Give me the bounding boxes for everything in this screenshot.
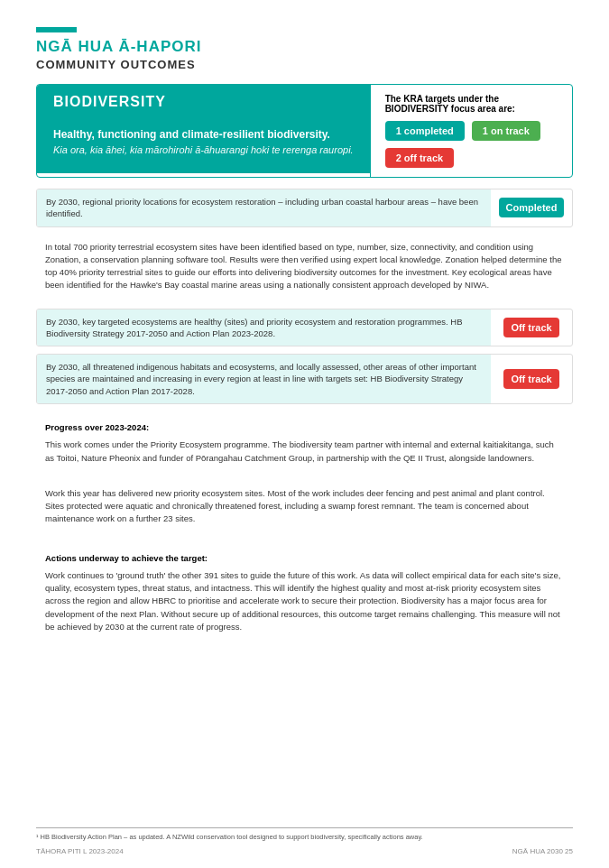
biodiversity-card: BIODIVERSITY Healthy, functioning and cl… bbox=[36, 84, 573, 178]
status-badges: 1 completed 1 on track 2 off track bbox=[385, 121, 558, 168]
footer-right: NGĀ HUA 2030 25 bbox=[512, 847, 573, 855]
section-1-status-btn: Completed bbox=[499, 198, 565, 217]
badge-off-track: 2 off track bbox=[385, 148, 455, 168]
page-title: NGĀ HUA Ā-HAPORI bbox=[36, 38, 573, 56]
progress-title: Progress over 2023-2024: bbox=[45, 421, 564, 434]
section-4: By 2030, all threatened indigenous habit… bbox=[36, 354, 573, 404]
section-4-row: By 2030, all threatened indigenous habit… bbox=[37, 355, 572, 403]
section-1-row: By 2030, regional priority locations for… bbox=[37, 189, 572, 226]
footer-left: TĀHORA PITI L 2023-2024 bbox=[36, 847, 124, 855]
top-bar-decoration bbox=[36, 27, 77, 32]
progress-text: This work comes under the Priority Ecosy… bbox=[45, 439, 564, 465]
biodiversity-badge: BIODIVERSITY bbox=[37, 85, 370, 119]
work-this-year-text: Work this year has delivered new priorit… bbox=[45, 487, 564, 526]
page-container: NGĀ HUA Ā-HAPORI COMMUNITY OUTCOMES BIOD… bbox=[0, 0, 609, 868]
section-1-text: By 2030, regional priority locations for… bbox=[37, 189, 491, 226]
section-3-status: Off track bbox=[491, 309, 572, 346]
section-3-status-btn: Off track bbox=[503, 318, 558, 337]
badge-completed: 1 completed bbox=[385, 121, 465, 141]
badge-on-track: 1 on track bbox=[472, 121, 540, 141]
section-3-text: By 2030, key targeted ecosystems are hea… bbox=[37, 309, 491, 346]
kra-text: The KRA targets under the BIODIVERSITY f… bbox=[385, 94, 558, 114]
footnote-text: ¹ HB Biodiversity Action Plan – as updat… bbox=[36, 833, 573, 841]
actions-text: Work continues to 'ground truth' the oth… bbox=[45, 569, 564, 633]
actions-title: Actions underway to achieve the target: bbox=[45, 552, 564, 565]
page-subtitle: COMMUNITY OUTCOMES bbox=[36, 58, 573, 71]
section-4-text: By 2030, all threatened indigenous habit… bbox=[37, 355, 491, 403]
body-text-1: In total 700 priority terrestrial ecosys… bbox=[36, 235, 573, 303]
section-3: By 2030, key targeted ecosystems are hea… bbox=[36, 309, 573, 347]
progress-block: Progress over 2023-2024: This work comes… bbox=[36, 411, 573, 476]
card-header-row: BIODIVERSITY Healthy, functioning and cl… bbox=[37, 85, 572, 177]
card-sub-text: Kia ora, kia āhei, kia mārohirohi ā-āhua… bbox=[53, 144, 354, 155]
section-4-status: Off track bbox=[491, 355, 572, 403]
work-this-year-block: Work this year has delivered new priorit… bbox=[36, 481, 573, 537]
section-1: By 2030, regional priority locations for… bbox=[36, 189, 573, 227]
section-3-row: By 2030, key targeted ecosystems are hea… bbox=[37, 309, 572, 346]
card-header-right: The KRA targets under the BIODIVERSITY f… bbox=[370, 85, 572, 177]
footer-row: TĀHORA PITI L 2023-2024 NGĀ HUA 2030 25 bbox=[36, 847, 573, 855]
actions-block: Actions underway to achieve the target: … bbox=[36, 542, 573, 645]
section-1-status: Completed bbox=[491, 189, 572, 226]
section-4-status-btn: Off track bbox=[503, 369, 558, 389]
card-description: Healthy, functioning and climate-resilie… bbox=[37, 119, 370, 173]
footnote-area: ¹ HB Biodiversity Action Plan – as updat… bbox=[36, 827, 573, 841]
card-main-text: Healthy, functioning and climate-resilie… bbox=[53, 128, 354, 141]
